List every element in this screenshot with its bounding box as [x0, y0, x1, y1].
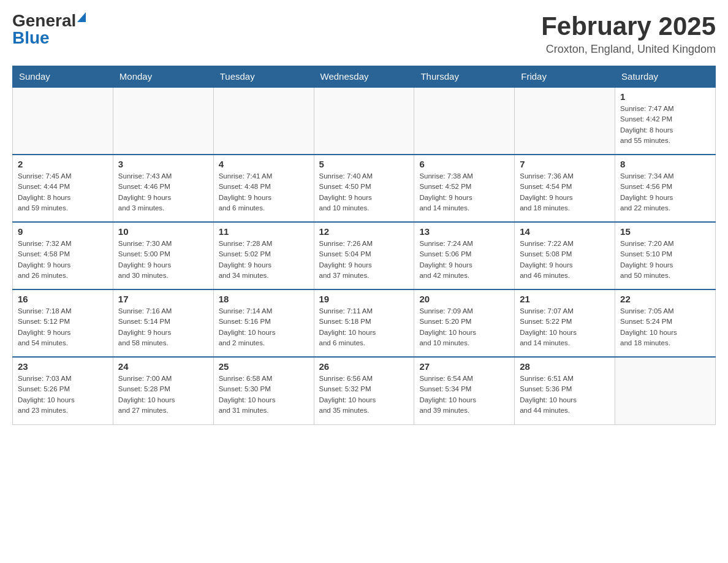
calendar-week-2: 2Sunrise: 7:45 AM Sunset: 4:44 PM Daylig… — [13, 155, 716, 222]
calendar-week-1: 1Sunrise: 7:47 AM Sunset: 4:42 PM Daylig… — [13, 87, 716, 155]
calendar-cell: 10Sunrise: 7:30 AM Sunset: 5:00 PM Dayli… — [113, 222, 213, 289]
day-number: 16 — [18, 294, 108, 304]
day-info: Sunrise: 6:51 AM Sunset: 5:36 PM Dayligh… — [520, 373, 610, 416]
day-number: 22 — [620, 294, 710, 304]
day-info: Sunrise: 7:40 AM Sunset: 4:50 PM Dayligh… — [319, 171, 409, 213]
day-number: 1 — [620, 91, 710, 102]
day-info: Sunrise: 7:07 AM Sunset: 5:22 PM Dayligh… — [520, 306, 610, 348]
calendar-cell: 24Sunrise: 7:00 AM Sunset: 5:28 PM Dayli… — [113, 357, 213, 424]
calendar-cell: 15Sunrise: 7:20 AM Sunset: 5:10 PM Dayli… — [615, 222, 716, 289]
calendar-cell: 6Sunrise: 7:38 AM Sunset: 4:52 PM Daylig… — [414, 155, 515, 222]
logo-triangle-icon — [77, 12, 86, 22]
day-info: Sunrise: 7:32 AM Sunset: 4:58 PM Dayligh… — [18, 239, 108, 281]
day-number: 10 — [118, 226, 208, 237]
calendar-cell — [13, 87, 113, 155]
calendar-cell: 7Sunrise: 7:36 AM Sunset: 4:54 PM Daylig… — [515, 155, 615, 222]
day-number: 18 — [219, 294, 309, 304]
day-info: Sunrise: 7:20 AM Sunset: 5:10 PM Dayligh… — [620, 239, 710, 281]
day-info: Sunrise: 7:22 AM Sunset: 5:08 PM Dayligh… — [520, 239, 610, 281]
calendar-cell — [414, 87, 515, 155]
day-info: Sunrise: 7:45 AM Sunset: 4:44 PM Dayligh… — [18, 171, 108, 213]
day-info: Sunrise: 7:36 AM Sunset: 4:54 PM Dayligh… — [520, 171, 610, 213]
logo-general-text: General — [12, 12, 76, 29]
calendar-cell: 1Sunrise: 7:47 AM Sunset: 4:42 PM Daylig… — [615, 87, 716, 155]
day-number: 17 — [118, 294, 208, 304]
day-number: 21 — [520, 294, 610, 304]
calendar-cell: 16Sunrise: 7:18 AM Sunset: 5:12 PM Dayli… — [13, 289, 113, 357]
day-number: 8 — [620, 159, 710, 169]
day-number: 12 — [319, 226, 409, 237]
day-number: 26 — [319, 361, 409, 372]
svg-marker-0 — [77, 12, 86, 22]
calendar-cell — [314, 87, 414, 155]
day-number: 6 — [419, 159, 509, 169]
day-info: Sunrise: 7:34 AM Sunset: 4:56 PM Dayligh… — [620, 171, 710, 213]
day-info: Sunrise: 7:41 AM Sunset: 4:48 PM Dayligh… — [219, 171, 309, 213]
calendar-cell — [515, 87, 615, 155]
calendar-cell: 20Sunrise: 7:09 AM Sunset: 5:20 PM Dayli… — [414, 289, 515, 357]
day-info: Sunrise: 7:16 AM Sunset: 5:14 PM Dayligh… — [118, 306, 208, 348]
page-subtitle: Croxton, England, United Kingdom — [541, 43, 716, 56]
logo-blue-text: Blue — [12, 29, 85, 47]
day-info: Sunrise: 7:11 AM Sunset: 5:18 PM Dayligh… — [319, 306, 409, 348]
day-number: 23 — [18, 361, 108, 372]
calendar-cell: 14Sunrise: 7:22 AM Sunset: 5:08 PM Dayli… — [515, 222, 615, 289]
calendar-cell: 19Sunrise: 7:11 AM Sunset: 5:18 PM Dayli… — [314, 289, 414, 357]
day-info: Sunrise: 7:24 AM Sunset: 5:06 PM Dayligh… — [419, 239, 509, 281]
calendar-table: Sunday Monday Tuesday Wednesday Thursday… — [12, 66, 716, 425]
header-monday: Monday — [113, 66, 213, 88]
day-info: Sunrise: 6:58 AM Sunset: 5:30 PM Dayligh… — [219, 373, 309, 416]
page-header: General Blue February 2025 Croxton, Engl… — [12, 12, 716, 56]
day-info: Sunrise: 7:05 AM Sunset: 5:24 PM Dayligh… — [620, 306, 710, 348]
calendar-cell: 5Sunrise: 7:40 AM Sunset: 4:50 PM Daylig… — [314, 155, 414, 222]
day-number: 19 — [319, 294, 409, 304]
day-number: 27 — [419, 361, 509, 372]
calendar-cell: 17Sunrise: 7:16 AM Sunset: 5:14 PM Dayli… — [113, 289, 213, 357]
header-wednesday: Wednesday — [314, 66, 414, 88]
day-info: Sunrise: 6:54 AM Sunset: 5:34 PM Dayligh… — [419, 373, 509, 416]
day-number: 11 — [219, 226, 309, 237]
calendar-cell — [113, 87, 213, 155]
weekday-header-row: Sunday Monday Tuesday Wednesday Thursday… — [13, 66, 716, 88]
header-friday: Friday — [515, 66, 615, 88]
calendar-cell: 8Sunrise: 7:34 AM Sunset: 4:56 PM Daylig… — [615, 155, 716, 222]
calendar-cell: 13Sunrise: 7:24 AM Sunset: 5:06 PM Dayli… — [414, 222, 515, 289]
calendar-cell: 11Sunrise: 7:28 AM Sunset: 5:02 PM Dayli… — [213, 222, 314, 289]
calendar-cell: 4Sunrise: 7:41 AM Sunset: 4:48 PM Daylig… — [213, 155, 314, 222]
day-info: Sunrise: 7:47 AM Sunset: 4:42 PM Dayligh… — [620, 104, 710, 146]
page-title: February 2025 — [541, 12, 716, 40]
day-info: Sunrise: 7:09 AM Sunset: 5:20 PM Dayligh… — [419, 306, 509, 348]
calendar-cell: 27Sunrise: 6:54 AM Sunset: 5:34 PM Dayli… — [414, 357, 515, 424]
day-number: 3 — [118, 159, 208, 169]
calendar-week-4: 16Sunrise: 7:18 AM Sunset: 5:12 PM Dayli… — [13, 289, 716, 357]
calendar-cell: 18Sunrise: 7:14 AM Sunset: 5:16 PM Dayli… — [213, 289, 314, 357]
calendar-cell: 12Sunrise: 7:26 AM Sunset: 5:04 PM Dayli… — [314, 222, 414, 289]
calendar-week-3: 9Sunrise: 7:32 AM Sunset: 4:58 PM Daylig… — [13, 222, 716, 289]
day-number: 25 — [219, 361, 309, 372]
day-number: 20 — [419, 294, 509, 304]
calendar-cell: 28Sunrise: 6:51 AM Sunset: 5:36 PM Dayli… — [515, 357, 615, 424]
day-info: Sunrise: 7:14 AM Sunset: 5:16 PM Dayligh… — [219, 306, 309, 348]
day-info: Sunrise: 6:56 AM Sunset: 5:32 PM Dayligh… — [319, 373, 409, 416]
calendar-week-5: 23Sunrise: 7:03 AM Sunset: 5:26 PM Dayli… — [13, 357, 716, 424]
calendar-cell: 2Sunrise: 7:45 AM Sunset: 4:44 PM Daylig… — [13, 155, 113, 222]
day-number: 7 — [520, 159, 610, 169]
day-number: 14 — [520, 226, 610, 237]
calendar-cell: 21Sunrise: 7:07 AM Sunset: 5:22 PM Dayli… — [515, 289, 615, 357]
header-saturday: Saturday — [615, 66, 716, 88]
calendar-cell: 9Sunrise: 7:32 AM Sunset: 4:58 PM Daylig… — [13, 222, 113, 289]
header-thursday: Thursday — [414, 66, 515, 88]
day-info: Sunrise: 7:00 AM Sunset: 5:28 PM Dayligh… — [118, 373, 208, 416]
calendar-cell — [213, 87, 314, 155]
calendar-cell: 22Sunrise: 7:05 AM Sunset: 5:24 PM Dayli… — [615, 289, 716, 357]
day-info: Sunrise: 7:03 AM Sunset: 5:26 PM Dayligh… — [18, 373, 108, 416]
day-info: Sunrise: 7:28 AM Sunset: 5:02 PM Dayligh… — [219, 239, 309, 281]
day-number: 15 — [620, 226, 710, 237]
logo: General Blue — [12, 12, 85, 47]
day-info: Sunrise: 7:18 AM Sunset: 5:12 PM Dayligh… — [18, 306, 108, 348]
header-sunday: Sunday — [13, 66, 113, 88]
day-number: 4 — [219, 159, 309, 169]
day-number: 24 — [118, 361, 208, 372]
header-tuesday: Tuesday — [213, 66, 314, 88]
day-number: 13 — [419, 226, 509, 237]
